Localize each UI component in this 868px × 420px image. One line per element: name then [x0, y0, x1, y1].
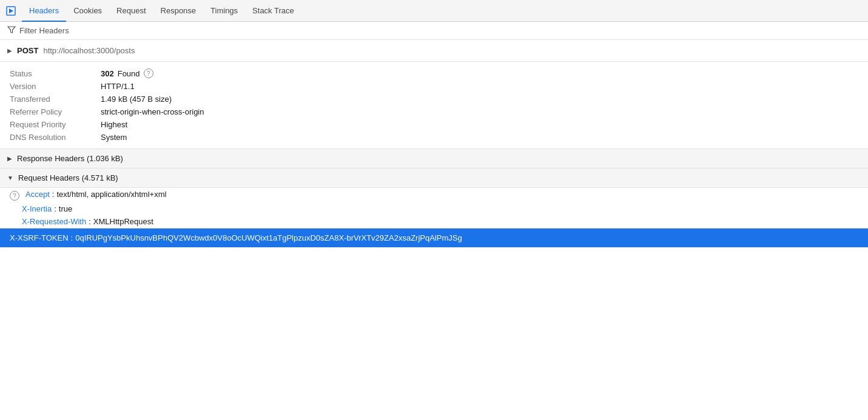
header-entry-accept: ? Accept : text/html, application/xhtml+… — [0, 188, 868, 202]
filter-bar: Filter Headers — [0, 22, 868, 40]
summary-key-transferred: Transferred — [10, 95, 101, 104]
accept-header-value: text/html, application/xhtml+xml — [56, 190, 166, 199]
summary-row-referrer-policy: Referrer Policy strict-origin-when-cross… — [0, 105, 868, 118]
summary-key-status: Status — [10, 69, 101, 78]
summary-value-request-priority: Highest — [101, 120, 127, 129]
status-help-icon[interactable]: ? — [144, 68, 153, 78]
accept-help-icon[interactable]: ? — [10, 191, 19, 201]
tab-request[interactable]: Request — [109, 0, 153, 22]
x-requested-with-header-name: X-Requested-With — [22, 217, 86, 226]
tab-timings[interactable]: Timings — [203, 0, 245, 22]
panel-icon[interactable] — [2, 2, 19, 19]
summary-value-status: 302 Found ? — [101, 68, 153, 78]
tab-response[interactable]: Response — [153, 0, 204, 22]
summary-row-request-priority: Request Priority Highest — [0, 118, 868, 131]
x-inertia-header-name: X-Inertia — [22, 204, 52, 213]
request-headers-content: ? Accept : text/html, application/xhtml+… — [0, 188, 868, 228]
x-xsrf-token-header-value: 0qIRUPgYsbPkUhsnvBPhQV2Wcbwdx0V8oOcUWQix… — [75, 233, 462, 242]
tab-headers[interactable]: Headers — [22, 0, 66, 22]
summary-key-dns-resolution: DNS Resolution — [10, 133, 101, 142]
status-text: Found — [118, 69, 140, 78]
request-url: http://localhost:3000/posts — [43, 46, 135, 55]
request-headers-chevron-icon: ▼ — [7, 175, 13, 181]
summary-row-transferred: Transferred 1.49 kB (457 B size) — [0, 93, 868, 105]
filter-label: Filter Headers — [19, 26, 69, 35]
accept-header-name: Accept — [25, 190, 50, 199]
summary-key-referrer-policy: Referrer Policy — [10, 107, 101, 116]
x-xsrf-token-header-name: X-XSRF-TOKEN — [10, 233, 69, 242]
tab-bar: Headers Cookies Request Response Timings… — [0, 0, 868, 22]
header-entry-x-requested-with: X-Requested-With : XMLHttpRequest — [0, 215, 868, 228]
tab-stack-trace[interactable]: Stack Trace — [245, 0, 301, 22]
response-headers-section-header[interactable]: ▶ Response Headers (1.036 kB) — [0, 149, 868, 168]
status-code: 302 — [101, 69, 114, 78]
summary-key-request-priority: Request Priority — [10, 120, 101, 129]
summary-table: Status 302 Found ? Version HTTP/1.1 Tran… — [0, 62, 868, 149]
request-method: POST — [17, 46, 38, 55]
request-headers-label: Request Headers (4.571 kB) — [18, 173, 118, 182]
summary-value-referrer-policy: strict-origin-when-cross-origin — [101, 107, 204, 116]
summary-row-version: Version HTTP/1.1 — [0, 80, 868, 93]
response-headers-label: Response Headers (1.036 kB) — [17, 154, 123, 163]
header-entry-x-inertia: X-Inertia : true — [0, 202, 868, 215]
summary-value-version: HTTP/1.1 — [101, 82, 135, 91]
summary-row-dns-resolution: DNS Resolution System — [0, 131, 868, 144]
response-headers-chevron-icon: ▶ — [7, 155, 12, 162]
x-inertia-header-value: true — [59, 204, 72, 213]
request-line[interactable]: ▶ POST http://localhost:3000/posts — [0, 40, 868, 62]
request-headers-section-header[interactable]: ▼ Request Headers (4.571 kB) — [0, 168, 868, 188]
filter-icon — [7, 25, 16, 36]
svg-marker-1 — [9, 8, 13, 13]
highlighted-header-row: X-XSRF-TOKEN : 0qIRUPgYsbPkUhsnvBPhQV2Wc… — [0, 228, 868, 247]
summary-key-version: Version — [10, 82, 101, 91]
x-requested-with-header-value: XMLHttpRequest — [93, 217, 153, 226]
summary-row-status: Status 302 Found ? — [0, 67, 868, 80]
tab-cookies[interactable]: Cookies — [66, 0, 109, 22]
request-chevron-icon: ▶ — [7, 47, 12, 54]
summary-value-transferred: 1.49 kB (457 B size) — [101, 95, 172, 104]
summary-value-dns-resolution: System — [101, 133, 127, 142]
